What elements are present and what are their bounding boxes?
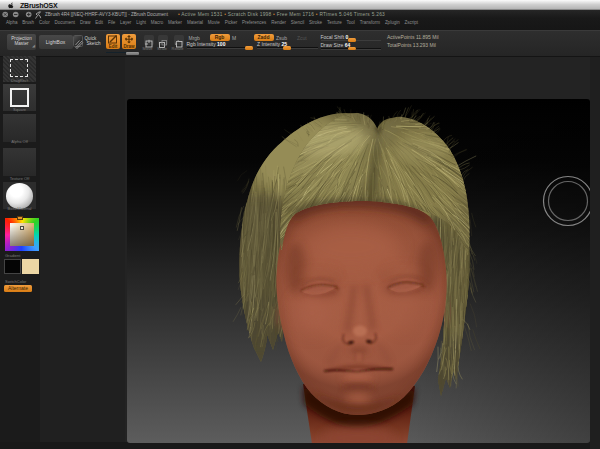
- svg-text:Edit: Edit: [108, 44, 117, 49]
- svg-text:Draw: Draw: [123, 44, 135, 49]
